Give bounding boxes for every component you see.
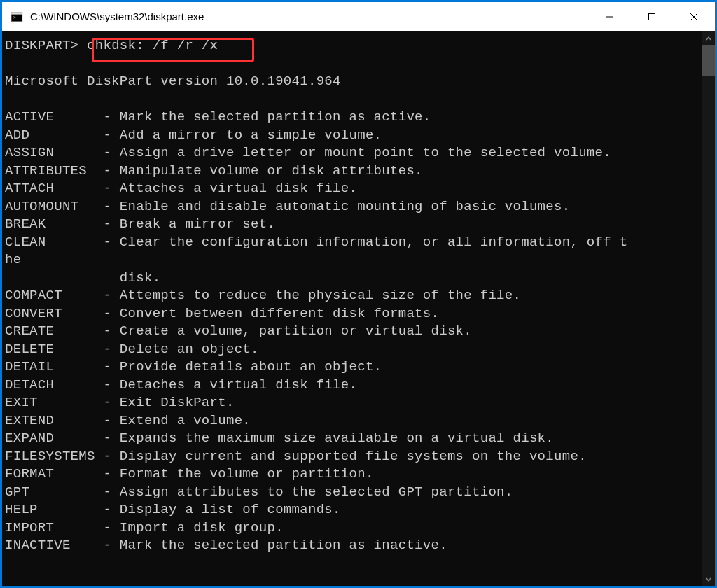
titlebar: >_ C:\WINDOWS\system32\diskpart.exe — [2, 2, 715, 31]
scroll-down-button[interactable] — [702, 573, 715, 586]
scrollbar-track[interactable] — [702, 45, 715, 573]
scroll-up-button[interactable] — [702, 31, 715, 45]
maximize-button[interactable] — [631, 2, 673, 31]
window-controls — [589, 2, 715, 31]
command-text: chkdsk: /f /r /x — [87, 38, 218, 53]
window-title: C:\WINDOWS\system32\diskpart.exe — [30, 10, 589, 22]
svg-rect-4 — [649, 13, 655, 20]
svg-text:>_: >_ — [13, 15, 19, 20]
commands-list: ACTIVE - Mark the selected partition as … — [5, 109, 627, 553]
version-text: Microsoft DiskPart version 10.0.19041.96… — [5, 74, 341, 89]
minimize-button[interactable] — [589, 2, 631, 31]
svg-rect-1 — [11, 12, 22, 14]
app-window: >_ C:\WINDOWS\system32\diskpart.exe DISK… — [2, 2, 715, 586]
close-button[interactable] — [673, 2, 715, 31]
terminal-container: DISKPART> chkdsk: /f /r /x Microsoft Dis… — [2, 31, 715, 586]
vertical-scrollbar[interactable] — [702, 31, 715, 586]
scrollbar-thumb[interactable] — [702, 45, 715, 76]
terminal-output[interactable]: DISKPART> chkdsk: /f /r /x Microsoft Dis… — [2, 31, 715, 586]
prompt-text: DISKPART> — [5, 38, 78, 53]
app-icon: >_ — [11, 10, 23, 23]
